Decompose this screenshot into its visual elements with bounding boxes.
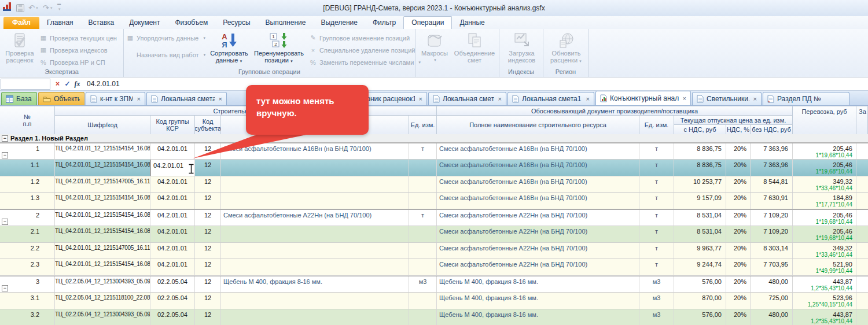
- cell-unit[interactable]: т: [409, 210, 437, 226]
- cell-transport[interactable]: 205,461*19,68*10,44: [793, 160, 856, 176]
- cell-unit[interactable]: [409, 293, 437, 309]
- ribbon-tab-Ресурсы[interactable]: Ресурсы: [215, 17, 258, 29]
- cell-vat-percent[interactable]: 20%: [726, 309, 751, 325]
- cell-price-without-vat[interactable]: 7 363,96: [751, 143, 793, 159]
- cell-num[interactable]: 1.3: [0, 193, 55, 209]
- cell-ksr-group[interactable]: 02.2.05.04: [150, 293, 195, 309]
- cell-vat-percent[interactable]: 20%: [726, 160, 751, 176]
- close-icon[interactable]: ×: [219, 95, 222, 102]
- button-Групповое изменение позиций[interactable]: ✎Групповое изменение позиций: [309, 33, 421, 43]
- order-data-button[interactable]: ▦ Упорядочить данные ▼: [126, 33, 206, 43]
- insert-function-icon[interactable]: fx: [72, 80, 82, 88]
- cell-code[interactable]: ТЦ_02.2.05.04_12_1213004393_05.09.202...: [55, 309, 150, 325]
- cell-unit2[interactable]: т: [639, 210, 674, 226]
- close-icon[interactable]: ×: [419, 95, 422, 102]
- button-Проверка текущих цен[interactable]: ▦Проверка текущих цен: [39, 33, 117, 43]
- cell-code[interactable]: ТЦ_04.2.01.01_12_1215154154_16.08.202...: [55, 259, 150, 275]
- cell-ksr-group[interactable]: 02.2.05.04: [150, 309, 195, 325]
- cell-last[interactable]: [856, 226, 868, 242]
- cell-full-name[interactable]: Смеси асфальтобетонные А22Нн (на БНД 70/…: [437, 226, 639, 242]
- cell-price-without-vat[interactable]: 7 363,96: [751, 160, 793, 176]
- cell-transport[interactable]: 443,871,2*35,43*10,44: [793, 276, 856, 292]
- cell-ksr-group[interactable]: 04.2.01.01: [150, 176, 195, 193]
- cell-price-with-vat[interactable]: 576,00: [674, 309, 726, 325]
- button-Заменить переменные числами[interactable]: %Заменить переменные числами▼: [309, 57, 421, 67]
- cell-price-with-vat[interactable]: 9 157,09: [674, 193, 726, 209]
- doc-tab-Светильники.gsfx[interactable]: Светильники.gsfx×: [692, 92, 762, 105]
- cell-subject-code[interactable]: 12: [195, 293, 221, 309]
- cell-subject-code[interactable]: 12: [195, 176, 221, 193]
- cell-subject-code[interactable]: 12: [195, 276, 221, 292]
- cell-num[interactable]: 3−: [0, 276, 55, 292]
- cell-price-without-vat[interactable]: 8 303,14: [751, 243, 793, 259]
- cell-resource-name[interactable]: Смеси асфальтобетонные А22Нн (на БНД 70/…: [221, 210, 409, 226]
- ribbon-tab-Физобъем[interactable]: Физобъем: [167, 17, 215, 29]
- cell-code[interactable]: ТЦ_04.2.01.01_12_1215147005_16.11.202...: [55, 176, 150, 193]
- cell-transport[interactable]: 184,891*17,71*10,44: [793, 193, 856, 209]
- cell-transport[interactable]: 523,961,25*40,15*10,44: [793, 293, 856, 309]
- cell-unit[interactable]: [409, 259, 437, 275]
- doc-tab-Объекты[interactable]: Объекты: [38, 92, 84, 105]
- doc-tab-База[interactable]: База: [1, 92, 37, 105]
- close-icon[interactable]: ×: [753, 95, 757, 102]
- cell-price-without-vat[interactable]: 725,00: [751, 293, 793, 309]
- cell-unit2[interactable]: т: [639, 259, 674, 275]
- cell-full-name[interactable]: Смеси асфальтобетонные А16Вн (на БНД 70/…: [437, 176, 639, 193]
- cell-unit[interactable]: [409, 243, 437, 259]
- cell-vat-percent[interactable]: 20%: [726, 276, 751, 292]
- cell-last[interactable]: [856, 193, 868, 209]
- cell-price-with-vat[interactable]: 8 531,04: [674, 226, 726, 242]
- cancel-icon[interactable]: ×: [53, 80, 62, 88]
- cell-ksr-group[interactable]: 04.2.01.01: [150, 226, 195, 242]
- cell-resource-name[interactable]: [221, 293, 409, 309]
- check-rates-button[interactable]: Проверка расценок: [2, 31, 37, 64]
- cell-unit2[interactable]: м3: [639, 276, 674, 292]
- close-icon[interactable]: ×: [498, 95, 502, 102]
- cell-unit2[interactable]: т: [639, 160, 674, 176]
- ribbon-tab-Выполнение[interactable]: Выполнение: [258, 17, 314, 29]
- cell-num[interactable]: 3.1: [0, 293, 55, 309]
- cell-code[interactable]: ТЦ_02.2.05.04_12_1213004393_05.09.2022_0…: [55, 276, 150, 292]
- section-row[interactable]: −Раздел 1. Новый Раздел: [0, 134, 868, 143]
- cell-vat-percent[interactable]: 20%: [726, 226, 751, 242]
- cell-price-with-vat[interactable]: 9 963,77: [674, 243, 726, 259]
- cell-vat-percent[interactable]: 20%: [726, 293, 751, 309]
- ribbon-tab-Файл[interactable]: Файл: [3, 17, 39, 29]
- cell-num[interactable]: 2.2: [0, 243, 55, 259]
- doc-tab-Локальная смета1 (9).gsfx[interactable]: Локальная смета1 (9).gsfx×: [507, 92, 594, 105]
- cell-price-with-vat[interactable]: 8 531,04: [674, 210, 726, 226]
- cell-full-name[interactable]: Щебень М 400, фракция 8-16 мм.: [437, 293, 639, 309]
- doc-tab-Раздел ПД №[interactable]: Раздел ПД №: [763, 92, 849, 105]
- cell-price-with-vat[interactable]: 8 836,75: [674, 143, 726, 159]
- cell-price-with-vat[interactable]: 10 253,77: [674, 176, 726, 193]
- cell-last[interactable]: [856, 160, 868, 176]
- cell-last[interactable]: [856, 243, 868, 259]
- cell-price-without-vat[interactable]: 7 630,91: [751, 193, 793, 209]
- cell-price-without-vat[interactable]: 8 544,81: [751, 176, 793, 193]
- cell-unit[interactable]: [409, 160, 437, 176]
- cell-subject-code[interactable]: 12: [195, 226, 221, 242]
- cell-unit[interactable]: м3: [409, 276, 437, 292]
- cell-subject-code[interactable]: 12: [195, 309, 221, 325]
- cell-vat-percent[interactable]: 20%: [726, 143, 751, 159]
- doc-tab-Конъюнктурный анализ.gsfx[interactable]: Конъюнктурный анализ.gsfx×: [595, 91, 691, 105]
- cell-price-with-vat[interactable]: 870,00: [674, 293, 726, 309]
- cell-unit2[interactable]: м3: [639, 293, 674, 309]
- cell-resource-name[interactable]: [221, 259, 409, 275]
- cell-last[interactable]: [856, 259, 868, 275]
- formula-input[interactable]: 04.2.01.01: [87, 80, 120, 88]
- cell-last[interactable]: [856, 276, 868, 292]
- cell-transport[interactable]: 349,321*33,46*10,44: [793, 243, 856, 259]
- confirm-icon[interactable]: ✓: [62, 80, 72, 88]
- cell-price-with-vat[interactable]: 8 836,75: [674, 160, 726, 176]
- cell-full-name[interactable]: Смеси асфальтобетонные А22Нн (на БНД 70/…: [437, 210, 639, 226]
- cell-ksr-group[interactable]: 04.2.01.01: [150, 210, 195, 226]
- collapse-icon[interactable]: −: [2, 285, 8, 291]
- cell-resource-name[interactable]: [221, 176, 409, 193]
- cell-transport[interactable]: 205,461*19,68*10,44: [793, 226, 856, 242]
- cell-transport[interactable]: 521,901*49,99*10,44: [793, 259, 856, 275]
- cell-code[interactable]: ТЦ_04.2.01.01_12_1215147005_16.11.202...: [55, 243, 150, 259]
- cell-unit[interactable]: [409, 226, 437, 242]
- cell-unit2[interactable]: т: [639, 143, 674, 159]
- cell-full-name[interactable]: Смеси асфальтобетонные А16Вн (на БНД 70/…: [437, 193, 639, 209]
